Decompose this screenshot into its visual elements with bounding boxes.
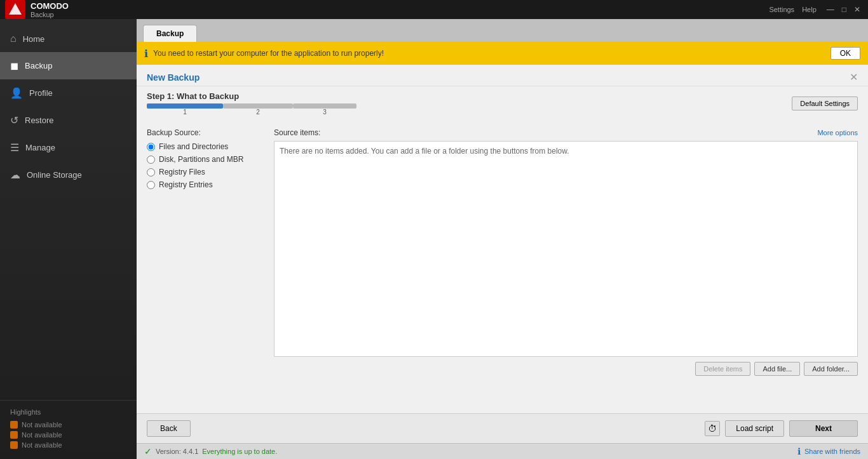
progress-step-2	[223, 103, 293, 109]
option-disk-partitions[interactable]: Disk, Partitions and MBR	[147, 155, 274, 164]
share-label: Share with friends	[804, 448, 860, 455]
radio-registry-files[interactable]	[147, 168, 155, 176]
panel-header: New Backup ✕	[137, 65, 868, 86]
script-icon-button[interactable]: ⏱	[705, 421, 720, 436]
option-files-dirs-label: Files and Directories	[159, 142, 228, 151]
highlight-label-3: Not available	[22, 441, 62, 449]
more-options-link[interactable]: More options	[817, 129, 858, 136]
title-bar-right: Settings Help — □ ✕	[769, 5, 863, 14]
main-panel: New Backup ✕ Step 1: What to Backup 1 2	[137, 65, 868, 413]
info-icon: ℹ	[144, 48, 148, 60]
content-area: Backup ℹ You need to restart your comput…	[137, 19, 868, 459]
app-subname-label: Backup	[31, 11, 69, 18]
radio-files-dirs[interactable]	[147, 143, 155, 151]
step-info: Step 1: What to Backup 1 2 3	[147, 91, 356, 116]
sidebar-nav: ⌂ Home ◼ Backup 👤 Profile ↺ Restore ☰ Ma…	[0, 19, 137, 400]
items-box: There are no items added. You can add a …	[274, 141, 858, 357]
sidebar-label-profile: Profile	[29, 88, 53, 98]
items-actions: Delete items Add file... Add folder...	[274, 362, 858, 376]
highlight-item-1: Not available	[10, 421, 126, 429]
share-link[interactable]: ℹ Share with friends	[797, 446, 860, 456]
restore-icon: ↺	[10, 114, 18, 126]
next-button[interactable]: Next	[789, 420, 858, 437]
source-items-panel: Source items: More options There are no …	[274, 128, 858, 376]
tab-bar: Backup	[137, 19, 868, 42]
highlight-label-1: Not available	[22, 421, 62, 429]
progress-label-1: 1	[147, 109, 223, 116]
sidebar: ⌂ Home ◼ Backup 👤 Profile ↺ Restore ☰ Ma…	[0, 19, 137, 459]
sidebar-label-backup: Backup	[25, 61, 52, 70]
delete-items-button[interactable]: Delete items	[695, 362, 750, 376]
progress-step-3	[293, 103, 356, 109]
new-backup-title: New Backup	[147, 72, 200, 83]
footer-left: Back	[147, 420, 191, 437]
option-files-dirs[interactable]: Files and Directories	[147, 142, 274, 151]
items-title: Source items:	[274, 128, 320, 137]
profile-icon: 👤	[10, 87, 23, 99]
highlights-section: Highlights Not available Not available N…	[0, 400, 137, 459]
sidebar-label-online-storage: Online Storage	[27, 170, 82, 180]
minimize-button[interactable]: —	[824, 5, 837, 14]
notif-left: ℹ You need to restart your computer for …	[144, 48, 384, 60]
items-header: Source items: More options	[274, 128, 858, 137]
option-disk-partitions-label: Disk, Partitions and MBR	[159, 155, 243, 164]
sidebar-item-online-storage[interactable]: ☁ Online Storage	[0, 161, 137, 189]
footer-actions: Back ⏱ Load script Next	[137, 413, 868, 443]
radio-registry-entries[interactable]	[147, 181, 155, 189]
step-title: Step 1: What to Backup	[147, 91, 356, 101]
notification-bar: ℹ You need to restart your computer for …	[137, 42, 868, 65]
highlights-title: Highlights	[10, 408, 126, 416]
app-branding: COMODO Backup	[5, 0, 69, 20]
panel-close-button[interactable]: ✕	[850, 71, 858, 83]
cloud-icon: ☁	[10, 169, 20, 181]
highlight-dot-1	[10, 421, 18, 429]
option-registry-entries[interactable]: Registry Entries	[147, 180, 274, 189]
progress-label-3: 3	[293, 109, 356, 116]
backup-source-panel: Backup Source: Files and Directories Dis…	[147, 128, 274, 376]
default-settings-button[interactable]: Default Settings	[792, 96, 858, 110]
add-folder-button[interactable]: Add folder...	[804, 362, 858, 376]
sidebar-item-profile[interactable]: 👤 Profile	[0, 79, 137, 107]
load-script-button[interactable]: Load script	[725, 420, 784, 437]
step-area: Step 1: What to Backup 1 2 3	[137, 86, 868, 121]
option-registry-files-label: Registry Files	[159, 168, 205, 176]
share-icon: ℹ	[797, 446, 801, 456]
tab-backup[interactable]: Backup	[143, 25, 197, 42]
close-button[interactable]: ✕	[851, 5, 863, 14]
manage-icon: ☰	[10, 142, 19, 154]
footer-right: ⏱ Load script Next	[705, 420, 858, 437]
radio-disk-partitions[interactable]	[147, 156, 155, 164]
sidebar-item-restore[interactable]: ↺ Restore	[0, 107, 137, 134]
backup-source-options: Files and Directories Disk, Partitions a…	[147, 142, 274, 189]
settings-menu-item[interactable]: Settings	[769, 6, 794, 13]
option-registry-files[interactable]: Registry Files	[147, 168, 274, 176]
back-button[interactable]: Back	[147, 420, 191, 437]
sidebar-item-home[interactable]: ⌂ Home	[0, 25, 137, 52]
version-label: Version: 4.4.1	[156, 448, 198, 455]
progress-label-2: 2	[223, 109, 293, 116]
maximize-button[interactable]: □	[839, 5, 849, 14]
main-layout: ⌂ Home ◼ Backup 👤 Profile ↺ Restore ☰ Ma…	[0, 19, 868, 459]
option-registry-entries-label: Registry Entries	[159, 180, 213, 189]
title-bar: COMODO Backup Settings Help — □ ✕	[0, 0, 868, 19]
app-logo	[5, 0, 25, 20]
home-icon: ⌂	[10, 33, 17, 44]
notification-ok-button[interactable]: OK	[831, 47, 860, 60]
app-name-label: COMODO	[31, 1, 69, 11]
window-controls: — □ ✕	[824, 5, 863, 14]
status-bar: ✓ Version: 4.4.1 Everything is up to dat…	[137, 443, 868, 459]
progress-step-1	[147, 103, 223, 109]
items-empty-message: There are no items added. You can add a …	[280, 147, 569, 156]
backup-source-title: Backup Source:	[147, 128, 274, 137]
sidebar-label-restore: Restore	[25, 116, 54, 125]
add-file-button[interactable]: Add file...	[754, 362, 800, 376]
help-menu-item[interactable]: Help	[802, 6, 817, 13]
sidebar-label-manage: Manage	[25, 143, 55, 152]
sidebar-item-backup[interactable]: ◼ Backup	[0, 52, 137, 79]
status-text: Everything is up to date.	[202, 448, 277, 455]
highlight-item-3: Not available	[10, 441, 126, 449]
highlight-dot-2	[10, 431, 18, 439]
sidebar-item-manage[interactable]: ☰ Manage	[0, 134, 137, 161]
backup-icon: ◼	[10, 60, 18, 72]
status-left: ✓ Version: 4.4.1 Everything is up to dat…	[144, 446, 277, 456]
